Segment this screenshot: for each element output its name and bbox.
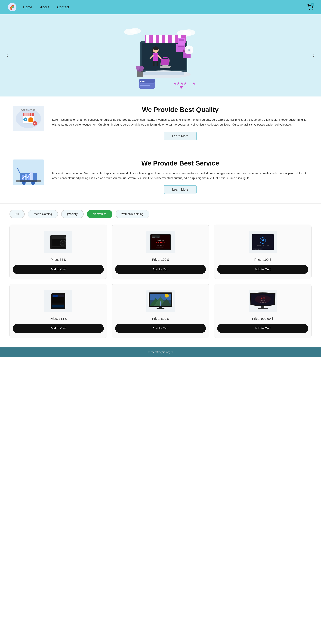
product-card-5: Price: 599 $ Add to Cart [112, 284, 209, 338]
svg-text:SanDisk: SanDisk [157, 239, 164, 241]
svg-text:SSD PLUS: SSD PLUS [157, 244, 164, 246]
product-price-1: Price: 64 $ [51, 258, 66, 262]
product-card-2: SanDisk SanDisk SSD PLUS Solid State Dri… [112, 224, 209, 279]
svg-text:★: ★ [192, 81, 196, 86]
logo[interactable] [8, 3, 17, 12]
filter-bar: All men's clothing jewelery electronics … [0, 204, 321, 222]
nav-links: Home About Contact [23, 5, 69, 9]
quality-content: We Provide Best Quality Lorem ipsum dolo… [52, 106, 308, 140]
product-price-6: Price: 999.99 $ [252, 317, 273, 320]
product-card-3: SP Solid State Drive A55 256 CE FC ⊕ ∆ ✓… [214, 224, 311, 279]
svg-rect-14 [165, 35, 169, 43]
svg-text:Solid State Drive: Solid State Drive [156, 246, 165, 248]
svg-point-25 [153, 46, 158, 50]
svg-text:%: % [34, 122, 36, 124]
svg-rect-15 [172, 35, 175, 43]
svg-rect-38 [137, 71, 143, 77]
product-card-4: WD Price: 114 $ Add to Cart [10, 284, 107, 338]
service-title: We Provide Best Service [52, 160, 308, 167]
product-image-6: QLED GAMING MONITOR [247, 288, 279, 314]
footer-copy: © men3m@iti.org © [3, 350, 318, 354]
svg-text:WD: WD [54, 295, 56, 297]
svg-rect-113 [52, 305, 64, 307]
svg-point-1 [309, 9, 310, 9]
service-content: We Provide Best Service Fusce et malesua… [52, 160, 308, 194]
svg-rect-33 [179, 39, 184, 40]
svg-text:🛒: 🛒 [187, 48, 191, 52]
quality-title: We Provide Best Quality [52, 106, 308, 114]
svg-point-134 [255, 295, 271, 303]
svg-text:SanDisk: SanDisk [156, 241, 165, 244]
svg-rect-21 [152, 61, 154, 66]
service-text: Fusce et malesuada dui. Morbi vehicula, … [52, 171, 308, 180]
svg-rect-114 [52, 307, 64, 308]
svg-point-125 [165, 294, 169, 298]
svg-rect-31 [178, 46, 184, 47]
svg-rect-56 [26, 113, 28, 116]
quality-text: Lorem ipsum dolor sit amet, consectetur … [52, 117, 308, 127]
svg-text:Solid State Drive A55: Solid State Drive A55 [257, 245, 269, 246]
svg-rect-76 [52, 236, 65, 240]
quality-section: WEB SHOPPING $ % We Provide Best Quality… [0, 96, 321, 150]
add-to-cart-4[interactable]: Add to Cart [13, 324, 104, 333]
service-image [13, 160, 44, 186]
add-to-cart-5[interactable]: Add to Cart [115, 324, 206, 333]
svg-rect-18 [143, 72, 184, 75]
add-to-cart-1[interactable]: Add to Cart [13, 265, 104, 274]
product-grid: Price: 64 $ Add to Cart SanDisk SanDisk … [0, 222, 321, 348]
svg-rect-71 [30, 172, 33, 180]
filter-all[interactable]: All [10, 210, 25, 218]
svg-point-2 [312, 9, 312, 9]
svg-point-79 [62, 242, 64, 244]
svg-rect-72 [16, 180, 41, 182]
svg-rect-22 [156, 61, 158, 66]
cart-badge: 0 [311, 3, 314, 6]
svg-text:★★★★: ★★★★ [173, 81, 187, 86]
svg-rect-13 [159, 35, 162, 43]
svg-rect-82 [65, 238, 66, 239]
svg-rect-126 [160, 302, 161, 306]
add-to-cart-6[interactable]: Add to Cart [217, 324, 308, 333]
svg-rect-32 [178, 38, 185, 45]
hero-slider: ‹ [0, 14, 321, 96]
svg-point-41 [139, 66, 144, 70]
svg-rect-81 [65, 237, 66, 238]
svg-text:CE FC ⊕ ∆ ✓ ☆: CE FC ⊕ ∆ ✓ ☆ [255, 249, 261, 250]
svg-text:SSD PLUS: SSD PLUS [152, 236, 159, 238]
hero-image: 🛒 BANK ★★★★ ★ [121, 22, 200, 88]
hero-prev-button[interactable]: ‹ [3, 50, 11, 60]
svg-rect-20 [153, 53, 158, 61]
product-price-2: Price: 109 $ [152, 258, 169, 262]
filter-womens[interactable]: women's clothing [116, 210, 149, 218]
filter-electronics[interactable]: electronics [87, 210, 112, 218]
filter-jewelery[interactable]: jewelery [61, 210, 84, 218]
svg-rect-61 [29, 118, 33, 122]
add-to-cart-2[interactable]: Add to Cart [115, 265, 206, 274]
svg-point-5 [130, 28, 141, 34]
svg-text:$: $ [25, 118, 26, 121]
nav-about[interactable]: About [40, 5, 49, 9]
svg-point-7 [183, 29, 195, 36]
svg-text:WEB SHOPPING: WEB SHOPPING [21, 109, 35, 111]
product-price-3: Price: 109 $ [254, 258, 271, 262]
quality-image: WEB SHOPPING $ % [13, 106, 44, 132]
product-price-4: Price: 114 $ [50, 317, 67, 320]
nav-home[interactable]: Home [23, 5, 32, 9]
cart-button[interactable]: 0 [307, 4, 313, 10]
product-image-3: SP Solid State Drive A55 256 CE FC ⊕ ∆ ✓… [247, 230, 279, 255]
quality-learn-more-button[interactable]: Learn More [164, 132, 197, 140]
filter-mens[interactable]: men's clothing [28, 210, 58, 218]
product-image-5 [145, 288, 176, 314]
svg-text:SP: SP [261, 239, 265, 242]
svg-rect-55 [24, 113, 26, 116]
product-image-4: WD [42, 288, 74, 314]
svg-rect-58 [31, 113, 32, 116]
svg-rect-46 [140, 85, 150, 86]
svg-rect-57 [29, 113, 30, 116]
service-learn-more-button[interactable]: Learn More [164, 185, 197, 194]
footer: © men3m@iti.org © [0, 348, 321, 357]
svg-rect-133 [261, 306, 264, 308]
nav-contact[interactable]: Contact [57, 5, 69, 9]
hero-next-button[interactable]: › [310, 50, 318, 60]
add-to-cart-3[interactable]: Add to Cart [217, 265, 308, 274]
